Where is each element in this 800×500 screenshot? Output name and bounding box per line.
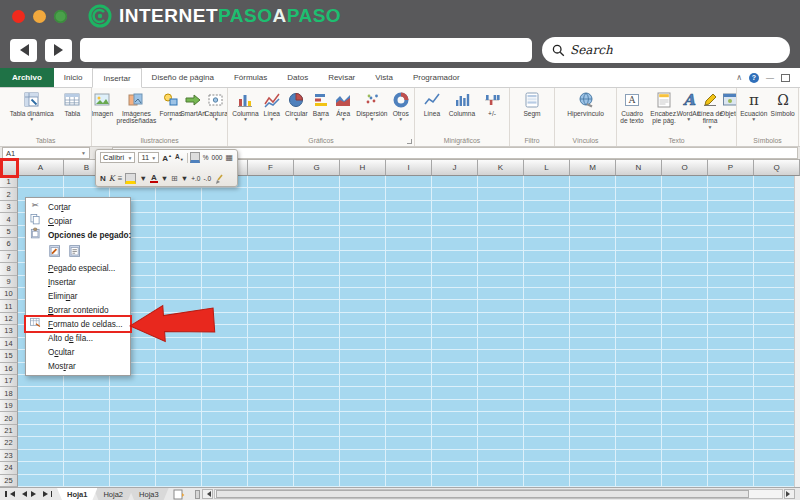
tab-formulas[interactable]: Fórmulas <box>224 68 277 87</box>
menu-item-copiar[interactable]: Copiar <box>26 214 130 228</box>
ribbon-button-ecuacion[interactable]: πEcuación▼ <box>740 91 767 123</box>
column-header-h[interactable]: H <box>340 159 386 176</box>
vertical-scrollbar[interactable] <box>794 176 800 487</box>
row-header-22[interactable]: 22 <box>0 437 18 449</box>
menu-item-opciones-de-pegado[interactable]: Opciones de pegado: <box>26 228 130 242</box>
font-color-button[interactable]: A <box>150 174 158 183</box>
merge-center-icon[interactable]: ▦ <box>225 154 233 162</box>
chevron-up-icon[interactable]: ∧ <box>736 74 742 82</box>
menu-item-ocultar[interactable]: Ocultar <box>26 345 130 359</box>
ribbon-button-otros[interactable]: Otros▼ <box>392 91 410 123</box>
fill-color-button[interactable] <box>125 173 136 184</box>
scroll-right-button[interactable] <box>784 489 795 499</box>
ribbon-button-columna[interactable]: Columna <box>449 91 475 117</box>
row-header-11[interactable]: 11 <box>0 300 18 312</box>
menu-item-pegado-especial[interactable]: Pegado especial... <box>26 261 130 275</box>
select-all-button[interactable] <box>0 159 18 176</box>
row-header-15[interactable]: 15 <box>0 350 18 362</box>
font-name-select[interactable]: Calibri ▼ <box>100 152 135 163</box>
ribbon-button-dispersion[interactable]: Dispersión▼ <box>356 91 387 123</box>
row-header-14[interactable]: 14 <box>0 338 18 350</box>
sheet-tab-hoja2[interactable]: Hoja2 <box>93 488 133 500</box>
italic-button[interactable]: K <box>109 174 115 183</box>
row-header-18[interactable]: 18 <box>0 387 18 399</box>
column-header-a[interactable]: A <box>18 159 64 176</box>
ribbon-button-simbolo[interactable]: ΩSímbolo <box>771 91 795 117</box>
menu-item-alto-de-fila[interactable]: Alto de fila... <box>26 331 130 345</box>
minimize-icon[interactable]: — <box>766 74 774 82</box>
increase-decimal-button[interactable]: +.0 <box>191 175 200 182</box>
ribbon-button-columna[interactable]: Columna▼ <box>232 91 258 123</box>
tab-diseno-de-pagina[interactable]: Diseño de página <box>142 68 224 87</box>
borders-button[interactable]: ⊞ <box>171 175 178 183</box>
row-header-9[interactable]: 9 <box>0 276 18 288</box>
row-header-1[interactable]: 1 <box>0 176 18 188</box>
row-header-19[interactable]: 19 <box>0 400 18 412</box>
ribbon-button-tabla[interactable]: Tabla <box>63 91 81 117</box>
column-header-k[interactable]: K <box>478 159 524 176</box>
tab-inicio[interactable]: Inicio <box>54 68 93 87</box>
shrink-font-button[interactable]: A▼ <box>175 153 184 162</box>
format-painter-icon[interactable] <box>190 152 199 163</box>
column-header-l[interactable]: L <box>524 159 570 176</box>
ribbon-button-hipervinculo[interactable]: Hipervínculo <box>567 91 604 117</box>
comma-style-button[interactable]: 000 <box>212 154 223 161</box>
column-header-i[interactable]: I <box>386 159 432 176</box>
ribbon-button-tabla-dinamica[interactable]: Tabla dinámica▼ <box>10 91 54 123</box>
row-header-13[interactable]: 13 <box>0 325 18 337</box>
ribbon-button-formas[interactable]: Formas▼ <box>160 91 181 123</box>
scroll-left-button[interactable] <box>202 489 213 499</box>
restore-icon[interactable] <box>781 74 790 82</box>
row-header-25[interactable]: 25 <box>0 475 18 487</box>
center-align-icon[interactable]: ≡ <box>118 175 123 183</box>
first-sheet-button[interactable] <box>5 491 15 497</box>
row-header-10[interactable]: 10 <box>0 288 18 300</box>
column-header-f[interactable]: F <box>248 159 294 176</box>
row-header-4[interactable]: 4 <box>0 213 18 225</box>
help-icon[interactable]: ? <box>749 73 759 83</box>
tab-split-handle[interactable] <box>195 490 200 499</box>
ribbon-button-area[interactable]: Área▼ <box>334 91 352 123</box>
horizontal-scroll-thumb[interactable] <box>216 490 749 498</box>
sheet-tab-hoja3[interactable]: Hoja3 <box>129 488 169 500</box>
column-header-q[interactable]: Q <box>754 159 800 176</box>
tab-insertar[interactable]: Insertar <box>92 68 141 88</box>
ribbon-button-imagen[interactable]: Imagen <box>92 91 112 117</box>
row-header-20[interactable]: 20 <box>0 412 18 424</box>
ribbon-button-encabez-pie-pag[interactable]: Encabez. pie pág. <box>647 91 681 125</box>
zoom-window-button[interactable] <box>54 10 67 23</box>
menu-item-borrar-contenido[interactable]: Borrar contenido <box>26 303 130 317</box>
row-header-12[interactable]: 12 <box>0 313 18 325</box>
column-header-j[interactable]: J <box>432 159 478 176</box>
row-header-21[interactable]: 21 <box>0 425 18 437</box>
paste-keep-formatting-button[interactable] <box>48 243 64 261</box>
tab-revisar[interactable]: Revisar <box>318 68 365 87</box>
row-header-7[interactable]: 7 <box>0 251 18 263</box>
ribbon-button-linea[interactable]: Línea <box>423 91 441 117</box>
menu-item-formato-de-celdas[interactable]: Formato de celdas... <box>26 317 130 331</box>
last-sheet-button[interactable] <box>43 491 53 497</box>
back-button[interactable] <box>10 39 37 62</box>
forward-button[interactable] <box>45 39 72 62</box>
dialog-launcher-icon[interactable] <box>407 139 412 144</box>
column-header-m[interactable]: M <box>570 159 616 176</box>
close-window-button[interactable] <box>12 10 25 23</box>
ribbon-button-imagenes-predisenadas[interactable]: Imágenes prediseñadas <box>112 91 160 125</box>
ribbon-button-barra[interactable]: Barra▼ <box>312 91 330 123</box>
paste-values-button[interactable] <box>68 243 84 261</box>
ribbon-button-captura[interactable]: Captura▼ <box>205 91 227 123</box>
grow-font-button[interactable]: A▲ <box>162 153 172 163</box>
horizontal-scroll-track[interactable] <box>214 489 783 499</box>
column-header-p[interactable]: P <box>708 159 754 176</box>
ribbon-button-smartart[interactable]: SmartArt <box>181 91 205 117</box>
row-header-3[interactable]: 3 <box>0 201 18 213</box>
cells-area[interactable] <box>18 176 800 487</box>
format-painter-brush-icon[interactable] <box>214 174 224 184</box>
row-header-17[interactable]: 17 <box>0 375 18 387</box>
row-header-5[interactable]: 5 <box>0 226 18 238</box>
tab-vista[interactable]: Vista <box>365 68 403 87</box>
tab-datos[interactable]: Datos <box>277 68 318 87</box>
column-header-n[interactable]: N <box>616 159 662 176</box>
ribbon-button-circular[interactable]: Circular▼ <box>285 91 308 123</box>
tab-archivo[interactable]: Archivo <box>0 68 54 87</box>
